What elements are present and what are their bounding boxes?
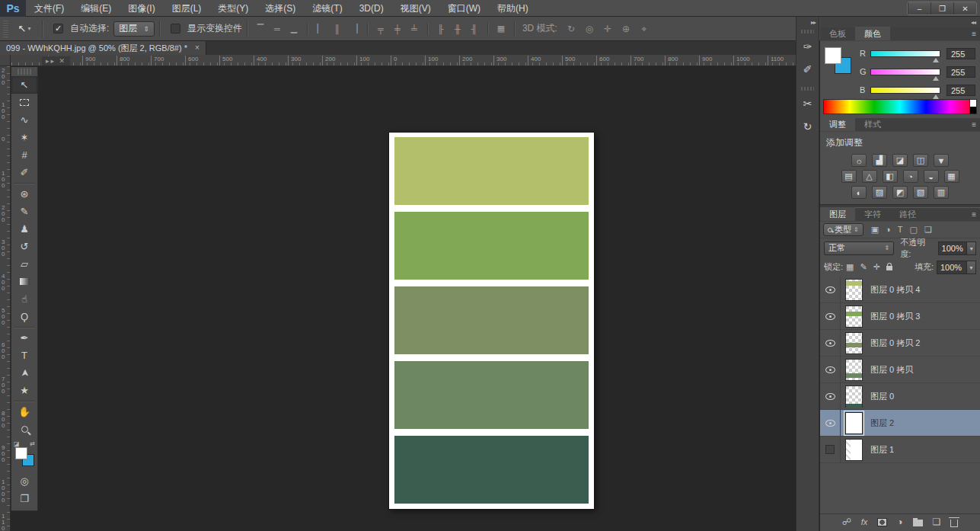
quick-selection-tool[interactable]: ✶: [11, 129, 37, 146]
tab-close-icon[interactable]: ×: [195, 41, 200, 55]
channel-slider-b[interactable]: [870, 87, 940, 94]
lasso-tool[interactable]: ∿: [11, 111, 37, 129]
menu-item-1[interactable]: 文件(F): [26, 0, 72, 17]
pen-tool[interactable]: ✒: [11, 329, 37, 347]
filter-type-layers-icon[interactable]: T: [898, 225, 903, 235]
foreground-color-swatch[interactable]: [825, 47, 841, 64]
adjust-tab-调整[interactable]: 调整: [820, 117, 855, 131]
layer-visibility-toggle[interactable]: [820, 357, 841, 383]
align-horizontal-centers-icon[interactable]: ║: [329, 21, 346, 37]
dodge-tool[interactable]: Ϙ: [11, 308, 37, 325]
tab-overflow-controls[interactable]: ▸▸ ✕: [42, 56, 70, 66]
new-group-icon[interactable]: [913, 517, 923, 526]
quick-mask-button[interactable]: ◎: [11, 472, 37, 490]
panel-menu-icon[interactable]: ≡: [972, 120, 976, 129]
menu-item-7[interactable]: 滤镜(T): [304, 0, 350, 17]
new-adjustment-layer-icon[interactable]: ◑: [897, 517, 902, 527]
eraser-tool[interactable]: ▱: [11, 255, 37, 273]
layer-row[interactable]: 图层 0 拷贝: [820, 357, 980, 383]
move-tool[interactable]: ↖: [11, 76, 37, 94]
lock-transparent-pixels-icon[interactable]: ▦: [846, 262, 854, 272]
panel-menu-icon[interactable]: ≡: [972, 30, 976, 38]
lock-all-icon[interactable]: [886, 263, 892, 272]
gradient-tool[interactable]: [11, 273, 37, 290]
screen-mode-button[interactable]: ❐: [11, 490, 37, 507]
fill-dropdown-icon[interactable]: ▼: [967, 261, 976, 274]
channel-slider-g[interactable]: [870, 69, 940, 75]
menu-item-5[interactable]: 类型(Y): [209, 0, 257, 17]
vibrance-adjustment-icon[interactable]: ▼: [934, 154, 949, 167]
filter-shape-layers-icon[interactable]: ▢: [910, 225, 918, 235]
history-brush-tool[interactable]: ↺: [11, 238, 37, 255]
blend-mode-dropdown[interactable]: 正常 ⇕: [824, 242, 894, 255]
type-tool[interactable]: T: [11, 347, 37, 364]
layer-thumbnail[interactable]: [845, 385, 863, 408]
gradient-map-adjustment-icon[interactable]: ▥: [934, 186, 949, 199]
color-tab-颜色[interactable]: 颜色: [855, 27, 890, 40]
layer-thumbnail[interactable]: [845, 412, 863, 434]
path-selection-tool[interactable]: ➤: [11, 364, 37, 382]
channel-value-r[interactable]: 255: [946, 48, 975, 59]
auto-select-target-dropdown[interactable]: 图层 ⇕: [113, 21, 155, 37]
spot-healing-brush-tool[interactable]: ⊛: [11, 185, 37, 203]
filter-pixel-layers-icon[interactable]: ▣: [871, 225, 879, 235]
filter-smart-objects-icon[interactable]: ❏: [924, 225, 932, 235]
black-and-white-adjustment-icon[interactable]: ◧: [883, 170, 898, 183]
layer-row[interactable]: 图层 0 拷贝 3: [820, 303, 980, 330]
color-tab-色板[interactable]: 色板: [820, 27, 855, 40]
crop-tool[interactable]: #: [11, 146, 37, 164]
smudge-tool[interactable]: ☝: [11, 290, 37, 308]
exposure-adjustment-icon[interactable]: ◫: [913, 154, 928, 167]
move-tool-option-icon[interactable]: ↖▾: [11, 20, 37, 38]
new-layer-icon[interactable]: ❏: [933, 517, 941, 527]
layer-visibility-toggle[interactable]: [820, 277, 841, 303]
eyedropper-tool[interactable]: ✐: [11, 164, 37, 181]
color-spectrum-ramp[interactable]: [823, 99, 977, 114]
show-transform-checkbox[interactable]: [171, 24, 180, 34]
layer-row[interactable]: 图层 2: [820, 410, 980, 437]
default-colors-icon[interactable]: ◪: [14, 440, 20, 447]
3d-rotate-icon[interactable]: ↻: [562, 21, 580, 37]
auto-align-layers-icon[interactable]: ▦: [493, 21, 509, 37]
layer-visibility-toggle[interactable]: [820, 437, 841, 463]
brightness-contrast-adjustment-icon[interactable]: ☼: [851, 154, 867, 167]
menu-item-3[interactable]: 图像(I): [120, 0, 163, 17]
minimize-button[interactable]: –: [908, 2, 931, 14]
expand-dock-icon[interactable]: ▸▸: [796, 17, 819, 27]
distribute-top-edges-icon[interactable]: ╤: [372, 21, 389, 37]
selective-color-adjustment-icon[interactable]: ▧: [913, 186, 928, 199]
distribute-bottom-edges-icon[interactable]: ╧: [406, 21, 423, 37]
restore-button[interactable]: ❐: [931, 2, 953, 14]
hand-tool[interactable]: ✋: [11, 403, 37, 421]
brush-tool[interactable]: ✎: [11, 203, 37, 220]
adjust-tab-样式[interactable]: 样式: [855, 117, 890, 131]
curves-adjustment-icon[interactable]: ◪: [892, 154, 908, 167]
levels-adjustment-icon[interactable]: ▟: [872, 154, 887, 167]
brush-panel-icon[interactable]: ✑: [798, 37, 818, 56]
menu-item-11[interactable]: 帮助(H): [489, 0, 537, 17]
channel-mixer-adjustment-icon[interactable]: ◒: [924, 170, 939, 183]
layer-styles-icon[interactable]: fx: [861, 517, 868, 526]
layer-row[interactable]: 图层 0: [820, 383, 980, 410]
channel-slider-r[interactable]: [870, 50, 940, 57]
menu-item-2[interactable]: 编辑(E): [72, 0, 120, 17]
layer-row[interactable]: 图层 0 拷贝 2: [820, 330, 980, 357]
menu-item-4[interactable]: 图层(L): [164, 0, 210, 17]
toolbar-gripper[interactable]: [18, 69, 31, 75]
layers-tab-字符[interactable]: 字符: [855, 207, 890, 221]
menu-item-8[interactable]: 3D(D): [351, 0, 392, 17]
panel-menu-icon[interactable]: ≡: [972, 210, 976, 219]
layer-row[interactable]: 图层 0 拷贝 4: [820, 277, 980, 303]
distribute-left-edges-icon[interactable]: ╟: [433, 21, 449, 37]
layer-visibility-toggle[interactable]: [820, 383, 841, 410]
invert-adjustment-icon[interactable]: ◐: [851, 186, 867, 199]
align-top-edges-icon[interactable]: ▔: [252, 21, 269, 37]
3d-roll-icon[interactable]: ◎: [580, 21, 599, 37]
menu-item-10[interactable]: 窗口(W): [439, 0, 489, 17]
tool-presets-panel-icon[interactable]: ✂: [798, 94, 818, 114]
link-layers-icon[interactable]: ☍: [842, 517, 851, 527]
distribute-right-edges-icon[interactable]: ╢: [466, 21, 483, 37]
menu-item-9[interactable]: 视图(V): [392, 0, 439, 17]
hue-saturation-adjustment-icon[interactable]: ▤: [841, 170, 857, 183]
layer-thumbnail[interactable]: [845, 305, 863, 328]
